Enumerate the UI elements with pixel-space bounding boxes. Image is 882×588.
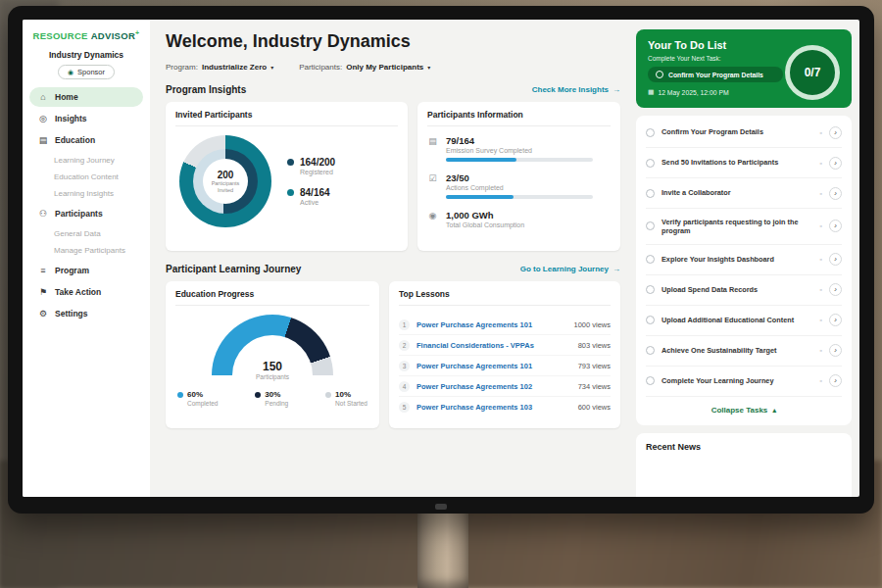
app-window: RESOURCE ADVISOR+ Industry Dynamics ◉ Sp… — [23, 20, 859, 497]
task-checkbox[interactable] — [646, 346, 655, 355]
gauge-center-value: 150 — [212, 360, 333, 373]
card-title: Top Lessons — [399, 289, 611, 306]
chevron-right-icon[interactable]: › — [829, 374, 842, 387]
participants-label: Participants: — [299, 63, 342, 72]
learning-journey-header: Participant Learning Journey Go to Learn… — [166, 264, 620, 274]
external-link-icon: ▫ — [820, 377, 822, 384]
recent-news-title: Recent News — [646, 442, 842, 452]
task-checkbox[interactable] — [646, 285, 655, 294]
task-checkbox[interactable] — [646, 316, 655, 324]
program-dropdown[interactable]: Program: Industrialize Zero ▾ — [166, 63, 273, 72]
education-progress-card: Education Progress 150 Participants — [166, 281, 379, 428]
todo-item-complete-learning-journey[interactable]: Complete Your Learning Journey ▫ › — [646, 367, 842, 397]
sidebar-item-program[interactable]: ≡ Program — [29, 261, 143, 280]
legend-dot — [325, 392, 331, 398]
lesson-row[interactable]: 5 Power Purchase Agreements 103 600 view… — [399, 397, 611, 416]
task-checkbox — [656, 71, 663, 78]
lesson-row[interactable]: 2 Financial Considerations - VPPAs 803 v… — [399, 335, 611, 356]
chevron-down-icon: ▾ — [270, 64, 273, 71]
legend-pending: 30% Pending — [255, 390, 288, 407]
external-link-icon: ▫ — [820, 190, 822, 197]
chevron-right-icon[interactable]: › — [829, 126, 842, 139]
sidebar-item-label: Settings — [55, 309, 88, 318]
lesson-rank: 1 — [399, 319, 410, 330]
legend-dot — [287, 189, 294, 196]
collapse-tasks-link[interactable]: Collapse Tasks ▴ — [646, 397, 842, 421]
card-title: Education Progress — [175, 289, 369, 306]
sidebar-item-settings[interactable]: ⚙ Settings — [29, 304, 143, 323]
sidebar-item-learning-insights[interactable]: Learning Insights — [27, 185, 145, 202]
chevron-right-icon[interactable]: › — [829, 344, 842, 357]
chevron-right-icon[interactable]: › — [829, 253, 842, 266]
gear-icon: ⚙ — [38, 309, 48, 318]
check-more-insights-link[interactable]: Check More Insights → — [532, 85, 620, 94]
todo-column: Your To Do List Complete Your Next Task:… — [632, 20, 859, 497]
program-label: Program: — [166, 63, 198, 72]
lesson-link[interactable]: Financial Considerations - VPPAs — [416, 341, 571, 350]
chevron-right-icon[interactable]: › — [829, 187, 842, 200]
sidebar-item-home[interactable]: ⌂ Home — [29, 87, 143, 107]
arrow-right-icon: → — [612, 265, 620, 273]
go-to-learning-journey-link[interactable]: Go to Learning Journey → — [520, 265, 620, 273]
lesson-row[interactable]: 3 Power Purchase Agreements 101 793 view… — [399, 356, 611, 376]
task-checkbox[interactable] — [646, 159, 655, 168]
section-title: Program Insights — [166, 84, 246, 95]
lesson-link[interactable]: Power Purchase Agreements 101 — [416, 362, 571, 370]
gauge-legend: 60% Completed 30% Pending — [175, 390, 369, 407]
sidebar-item-general-data[interactable]: General Data — [27, 225, 145, 242]
task-checkbox[interactable] — [646, 376, 655, 385]
todo-item-upload-educational-content[interactable]: Upload Additional Educational Content ▫ … — [646, 306, 842, 336]
sidebar-item-take-action[interactable]: ⚑ Take Action — [29, 282, 143, 302]
donut-legend: 164/200 Registered 84/164 Active — [287, 157, 335, 206]
lesson-link[interactable]: Power Purchase Agreements 103 — [416, 403, 571, 412]
todo-item-invite-collaborator[interactable]: Invite a Collaborator ▫ › — [646, 178, 842, 209]
chevron-right-icon[interactable]: › — [829, 220, 842, 232]
legend-dot — [287, 159, 294, 166]
task-checkbox[interactable] — [646, 189, 655, 198]
task-checkbox[interactable] — [646, 255, 655, 264]
main-content: Welcome, Industry Dynamics Program: Indu… — [150, 20, 632, 497]
lesson-views: 803 views — [578, 341, 611, 350]
sidebar-item-label: Education — [55, 135, 95, 145]
participants-dropdown[interactable]: Participants: Only My Participants ▾ — [299, 63, 430, 72]
sidebar-item-education-content[interactable]: Education Content — [27, 169, 145, 185]
lesson-link[interactable]: Power Purchase Agreements 101 — [416, 320, 566, 329]
chevron-right-icon[interactable]: › — [829, 157, 842, 170]
next-task-pill[interactable]: Confirm Your Program Details — [648, 67, 783, 82]
task-checkbox[interactable] — [646, 221, 655, 230]
lesson-views: 734 views — [578, 382, 611, 391]
learning-cards-row: Education Progress 150 Participants — [166, 281, 620, 428]
lesson-row[interactable]: 1 Power Purchase Agreements 101 1000 vie… — [399, 315, 611, 335]
legend-dot — [177, 392, 183, 398]
checklist-icon: ☑ — [427, 173, 438, 199]
program-list-icon: ≡ — [38, 266, 48, 275]
todo-item-explore-insights[interactable]: Explore Your Insights Dashboard ▫ › — [646, 245, 842, 275]
chevron-right-icon[interactable]: › — [829, 283, 842, 296]
participants-information-card: Participants Information ▤ 79/164 Emissi… — [417, 102, 620, 251]
task-checkbox[interactable] — [646, 128, 655, 137]
external-link-icon: ▫ — [820, 129, 822, 136]
sidebar-item-participants[interactable]: ⚇ Participants — [29, 204, 143, 223]
todo-item-achieve-target[interactable]: Achieve One Sustainability Target ▫ › — [646, 336, 842, 367]
todo-item-send-invitations[interactable]: Send 50 Invitations to Participants ▫ › — [646, 148, 842, 178]
sidebar-item-manage-participants[interactable]: Manage Participants — [27, 242, 145, 259]
todo-item-upload-spend-data[interactable]: Upload Spend Data Records ▫ › — [646, 275, 842, 306]
chevron-up-icon: ▴ — [772, 406, 776, 415]
lesson-link[interactable]: Power Purchase Agreements 102 — [416, 382, 571, 391]
participants-icon: ⚇ — [38, 209, 48, 219]
sidebar-item-education[interactable]: ▤ Education — [29, 130, 143, 150]
location-pin-icon: ◉ — [427, 211, 438, 228]
sidebar-item-label: Home — [55, 92, 78, 102]
participants-value: Only My Participants — [346, 63, 423, 72]
todo-item-verify-participants[interactable]: Verify participants requesting to join t… — [646, 209, 842, 245]
brand-advisor: ADVISOR — [91, 30, 135, 41]
sidebar-item-learning-journey[interactable]: Learning Journey — [27, 152, 145, 169]
todo-progress-ring: 0/7 — [785, 45, 840, 100]
sidebar-item-insights[interactable]: ◎ Insights — [29, 109, 143, 128]
top-lessons-card: Top Lessons 1 Power Purchase Agreements … — [389, 281, 620, 428]
insights-cards-row: Invited Participants 200 Participants In… — [166, 102, 620, 251]
lesson-row[interactable]: 4 Power Purchase Agreements 102 734 view… — [399, 376, 611, 397]
todo-item-confirm-program[interactable]: Confirm Your Program Details ▫ › — [646, 118, 842, 148]
chevron-right-icon[interactable]: › — [829, 314, 842, 326]
external-link-icon: ▫ — [820, 317, 822, 323]
